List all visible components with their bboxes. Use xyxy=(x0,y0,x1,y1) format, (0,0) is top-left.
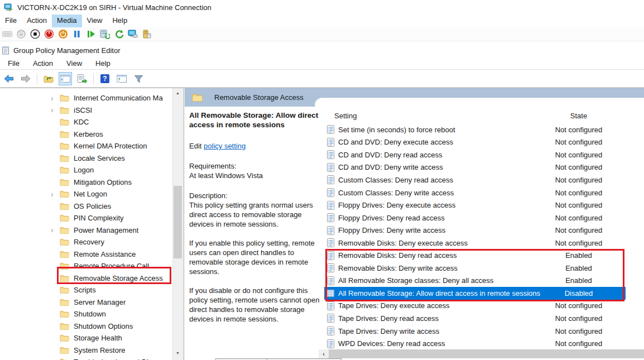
scroll-left-icon[interactable]: ‹ xyxy=(319,349,329,358)
tree-item[interactable]: › Storage Health xyxy=(0,332,172,344)
toolbar-separator xyxy=(37,73,37,84)
setting-state: Not configured xyxy=(542,201,615,209)
resume-vm-icon[interactable] xyxy=(85,28,97,40)
tree-item[interactable]: › PIN Complexity xyxy=(0,212,172,224)
shut-down-vm-icon[interactable] xyxy=(44,28,55,40)
forward-icon[interactable] xyxy=(19,72,32,85)
setting-name: All Removable Storage: Allow direct acce… xyxy=(338,289,542,297)
vm-menu-item[interactable]: Action xyxy=(22,15,52,27)
tree-item[interactable]: › Scripts xyxy=(0,284,172,296)
tree-item[interactable]: › Server Manager xyxy=(0,296,172,309)
tree-item[interactable]: › Remote Procedure Call xyxy=(0,260,172,272)
export-list-icon[interactable] xyxy=(75,72,89,85)
filter-icon[interactable] xyxy=(132,72,145,85)
scroll-down-icon[interactable]: ▼ xyxy=(173,348,182,358)
scroll-up-icon[interactable]: ▲ xyxy=(173,88,182,98)
tree-item[interactable]: › Internet Communication Ma xyxy=(0,92,172,104)
tree-item[interactable]: › KDC xyxy=(0,116,172,128)
tree-item[interactable]: › Removable Storage Access xyxy=(0,272,172,285)
tree-item[interactable]: › System Restore xyxy=(0,344,172,357)
chevron-right-icon[interactable]: › xyxy=(51,190,60,198)
share-device-icon[interactable] xyxy=(141,28,152,40)
folder-icon xyxy=(60,275,69,282)
tree-item[interactable]: › Shutdown xyxy=(0,308,172,320)
settings-row[interactable]: Tape Drives: Deny write access Not confi… xyxy=(324,325,626,338)
chevron-right-icon[interactable]: › xyxy=(51,106,60,114)
enhanced-session-icon[interactable] xyxy=(127,28,138,40)
settings-row[interactable]: Set time (in seconds) to force reboot No… xyxy=(324,123,626,136)
revert-icon[interactable] xyxy=(113,28,124,40)
tree-item[interactable]: › Locale Services xyxy=(0,152,172,165)
folder-icon xyxy=(60,238,69,246)
vm-window-title: VICTORN-X-DC2K19 on SIRH - Virtual Machi… xyxy=(17,3,212,12)
tree-item-label: KDC xyxy=(74,118,89,126)
setting-name: Removable Disks: Deny execute access xyxy=(338,239,542,247)
policy-setting-link[interactable]: policy setting xyxy=(204,142,246,150)
tree-item[interactable]: › Recovery xyxy=(0,236,172,248)
folder-icon xyxy=(60,142,69,150)
settings-row[interactable]: Custom Classes: Deny write access Not co… xyxy=(324,186,626,199)
chevron-right-icon[interactable]: › xyxy=(51,94,60,102)
vm-menu-item[interactable]: File xyxy=(0,15,22,27)
tree-item[interactable]: › Shutdown Options xyxy=(0,320,172,333)
save-vm-icon[interactable] xyxy=(57,28,69,40)
show-console-tree-icon[interactable] xyxy=(59,72,72,85)
settings-row[interactable]: Floppy Drives: Deny write access Not con… xyxy=(324,224,626,237)
settings-row[interactable]: Tape Drives: Deny execute access Not con… xyxy=(324,300,626,313)
settings-row[interactable]: Removable Disks: Deny read access Enable… xyxy=(324,249,626,262)
tree-item[interactable]: › OS Policies xyxy=(0,200,172,213)
start-vm-icon[interactable] xyxy=(16,28,27,40)
tree-item[interactable]: › iSCSI xyxy=(0,104,172,117)
extended-view-icon[interactable] xyxy=(115,72,128,85)
setting-name: Custom Classes: Deny read access xyxy=(338,176,542,184)
setting-state: Not configured xyxy=(542,176,615,184)
requirements-label: Requirements: xyxy=(189,161,324,171)
settings-row[interactable]: Removable Disks: Deny write access Enabl… xyxy=(324,262,626,275)
setting-state: Not configured xyxy=(542,301,615,310)
tree-scrollbar[interactable]: ▲ ▼ xyxy=(172,88,182,360)
vm-menu-item[interactable]: Help xyxy=(107,15,132,27)
gpme-menu-item[interactable]: Help xyxy=(92,57,114,69)
policy-item-icon xyxy=(327,301,335,310)
settings-row[interactable]: Tape Drives: Deny read access Not config… xyxy=(324,312,626,325)
column-header-state[interactable]: State xyxy=(542,112,615,120)
tree-item[interactable]: › Remote Assistance xyxy=(0,248,172,261)
tree-item[interactable]: › Kernel DMA Protection xyxy=(0,140,172,152)
tree-item[interactable]: › Power Management xyxy=(0,224,172,237)
gpme-menu-item[interactable]: Action xyxy=(30,57,56,69)
help-icon[interactable]: ? xyxy=(98,72,112,85)
column-header-setting[interactable]: Setting xyxy=(327,112,542,120)
settings-hscrollbar[interactable]: ‹ xyxy=(319,349,644,358)
gpme-menu-item[interactable]: File xyxy=(4,57,23,69)
settings-row[interactable]: Floppy Drives: Deny execute access Not c… xyxy=(324,199,626,212)
settings-row[interactable]: Custom Classes: Deny read access Not con… xyxy=(324,174,626,186)
settings-row[interactable]: CD and DVD: Deny execute access Not conf… xyxy=(324,136,626,149)
vm-menu-item[interactable]: Media xyxy=(52,15,81,27)
pause-vm-icon[interactable] xyxy=(71,28,83,40)
tree-item[interactable]: › Logon xyxy=(0,164,172,176)
hscrollbar-thumb[interactable] xyxy=(329,349,644,358)
scrollbar-thumb[interactable] xyxy=(174,186,182,258)
tree-item[interactable]: › Mitigation Options xyxy=(0,176,172,189)
settings-row[interactable]: WPD Devices: Deny read access Not config… xyxy=(324,337,626,349)
settings-row[interactable]: All Removable Storage: Allow direct acce… xyxy=(324,287,626,300)
checkpoint-icon[interactable] xyxy=(99,28,110,40)
tree-item[interactable]: › Net Logon xyxy=(0,188,172,200)
ctrl-alt-del-icon[interactable] xyxy=(2,28,13,40)
tree-item-label: Shutdown Options xyxy=(74,322,133,330)
settings-row[interactable]: Floppy Drives: Deny read access Not conf… xyxy=(324,212,626,224)
tree-item[interactable]: › Kerberos xyxy=(0,128,172,141)
details-pane-title: Removable Storage Access xyxy=(214,93,304,102)
settings-row[interactable]: Removable Disks: Deny execute access Not… xyxy=(324,237,626,249)
turn-off-vm-icon[interactable] xyxy=(30,28,41,40)
chevron-right-icon[interactable]: › xyxy=(51,226,60,234)
settings-row[interactable]: CD and DVD: Deny read access Not configu… xyxy=(324,148,626,161)
vm-menu-item[interactable]: View xyxy=(82,15,108,27)
up-one-level-icon[interactable] xyxy=(42,72,55,85)
gpme-menu-item[interactable]: View xyxy=(63,57,85,69)
settings-row[interactable]: CD and DVD: Deny write access Not config… xyxy=(324,161,626,174)
back-icon[interactable] xyxy=(2,72,16,85)
tree-item[interactable]: › Troubleshooting and Di xyxy=(0,356,172,360)
settings-row[interactable]: All Removable Storage classes: Deny all … xyxy=(324,275,626,287)
panel-divider[interactable] xyxy=(183,88,184,360)
